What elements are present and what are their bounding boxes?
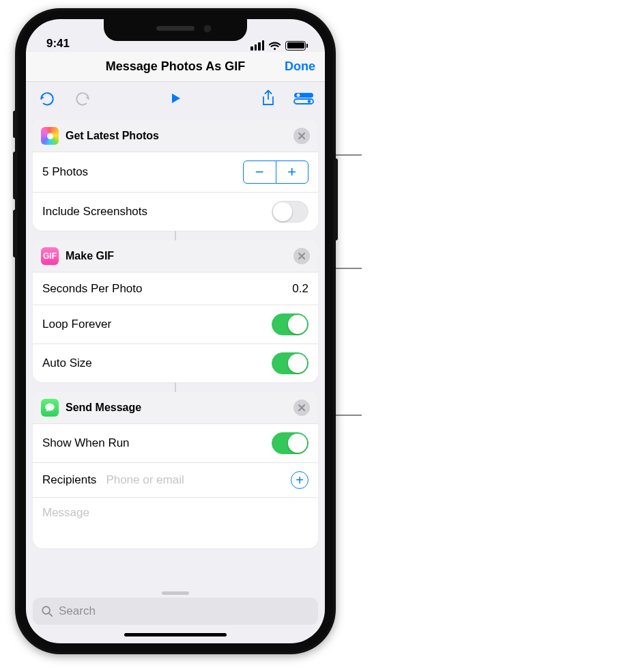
remove-action-button[interactable] <box>293 400 310 416</box>
auto-size-toggle[interactable] <box>272 352 308 374</box>
page-title: Message Photos As GIF <box>106 59 245 74</box>
connector <box>175 382 176 392</box>
loop-forever-label: Loop Forever <box>42 318 111 331</box>
home-indicator[interactable] <box>124 633 227 636</box>
action-title: Make GIF <box>66 250 114 262</box>
hw-power-button <box>334 158 338 240</box>
hw-volume-down <box>13 210 17 257</box>
show-when-run-toggle[interactable] <box>272 432 308 454</box>
notch <box>104 19 247 41</box>
loop-forever-toggle[interactable] <box>272 313 308 335</box>
message-input[interactable]: Message <box>42 506 89 519</box>
photos-icon <box>41 127 59 145</box>
action-list[interactable]: Get Latest Photos 5 Photos − + <box>26 115 325 587</box>
search-placeholder: Search <box>59 604 96 618</box>
done-button[interactable]: Done <box>285 59 315 74</box>
svg-line-5 <box>49 613 52 616</box>
nav-bar: Message Photos As GIF Done <box>26 52 325 82</box>
photo-count-stepper[interactable]: − + <box>243 160 308 184</box>
sheet-grabber[interactable] <box>162 591 189 595</box>
cellular-icon <box>250 40 264 51</box>
svg-point-4 <box>42 606 50 614</box>
remove-action-button[interactable] <box>293 128 310 144</box>
recipients-label: Recipients <box>42 473 96 487</box>
toolbar <box>26 82 325 115</box>
messages-icon <box>41 399 59 417</box>
hw-volume-up <box>13 152 17 199</box>
battery-icon <box>285 41 306 51</box>
photo-count-label: 5 Photos <box>42 165 88 179</box>
redo-button[interactable] <box>71 87 94 110</box>
seconds-per-photo-label: Seconds Per Photo <box>42 282 142 296</box>
play-button[interactable] <box>164 87 187 110</box>
stepper-minus[interactable]: − <box>244 161 276 183</box>
search-icon <box>41 605 53 617</box>
gif-icon: GIF <box>41 247 59 265</box>
undo-button[interactable] <box>35 87 59 110</box>
include-screenshots-label: Include Screenshots <box>42 205 147 219</box>
action-get-latest-photos: Get Latest Photos 5 Photos − + <box>33 120 318 231</box>
status-time: 9:41 <box>46 37 70 51</box>
iphone-frame: 9:41 Message Photos As GIF Done <box>15 8 336 654</box>
action-make-gif: GIF Make GIF Seconds Per Photo 0.2 Loop … <box>33 240 318 382</box>
recipients-input[interactable]: Phone or email <box>106 473 184 487</box>
remove-action-button[interactable] <box>293 248 310 264</box>
show-when-run-label: Show When Run <box>42 436 130 450</box>
seconds-per-photo-value[interactable]: 0.2 <box>292 282 308 296</box>
wifi-icon <box>268 41 281 51</box>
connector <box>175 231 176 240</box>
stepper-plus[interactable]: + <box>276 161 308 183</box>
hw-mute-switch <box>13 111 16 138</box>
auto-size-label: Auto Size <box>42 356 92 370</box>
action-title: Send Message <box>66 402 141 414</box>
include-screenshots-toggle[interactable] <box>272 201 308 223</box>
bottom-sheet: Search <box>26 587 325 643</box>
action-title: Get Latest Photos <box>66 130 159 142</box>
add-recipient-button[interactable]: + <box>291 471 308 489</box>
search-field[interactable]: Search <box>33 598 318 625</box>
settings-button[interactable] <box>292 87 315 110</box>
share-button[interactable] <box>257 87 280 110</box>
svg-point-1 <box>297 94 300 97</box>
svg-point-3 <box>308 100 311 103</box>
action-send-message: Send Message Show When Run Recipients <box>33 392 318 548</box>
